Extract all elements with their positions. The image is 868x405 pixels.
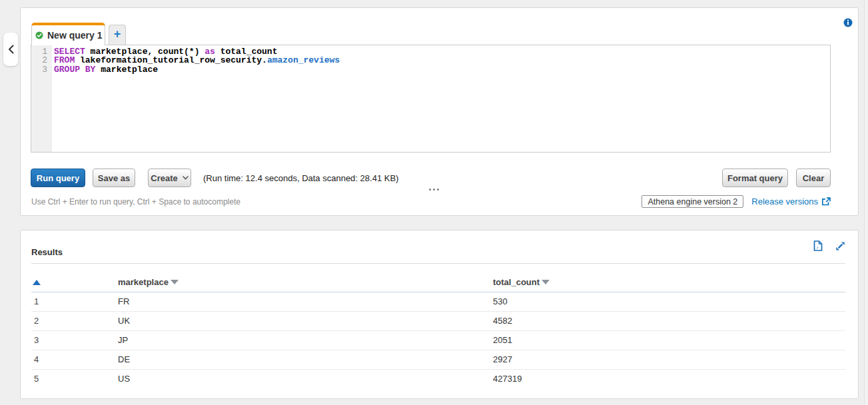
results-card: Results marketplace total_count 1FR5302U…	[20, 230, 859, 399]
file-download-icon[interactable]	[813, 240, 823, 251]
table-cell: JP	[118, 330, 493, 350]
create-button[interactable]: Create	[148, 169, 191, 187]
results-header-row: marketplace total_count	[31, 272, 845, 292]
results-divider	[31, 263, 845, 264]
athena-query-console: New query 1 + 123 SELECT marketplace, co…	[0, 0, 868, 405]
sql-code[interactable]: SELECT marketplace, count(*) as total_co…	[52, 45, 340, 152]
results-actions	[813, 240, 845, 251]
save-as-button[interactable]: Save as	[93, 169, 135, 187]
page-scrollbar[interactable]	[864, 0, 868, 405]
sql-code-line: GROUP BY marketplace	[54, 65, 340, 74]
external-link-icon[interactable]	[821, 197, 831, 206]
table-row: 4DE2927	[31, 350, 845, 369]
run-stats-text: (Run time: 12.4 seconds, Data scanned: 2…	[203, 169, 398, 187]
info-circle-icon[interactable]	[843, 18, 853, 27]
query-editor-card: New query 1 + 123 SELECT marketplace, co…	[20, 7, 859, 216]
release-versions-link[interactable]: Release versions	[751, 197, 818, 206]
sql-code-line: SELECT marketplace, count(*) as total_co…	[54, 47, 340, 56]
table-cell: 3	[31, 330, 118, 350]
sql-code-line: FROM lakeformation_tutorial_row_security…	[54, 56, 340, 65]
results-title: Results	[31, 247, 63, 257]
clear-button[interactable]: Clear	[796, 169, 831, 187]
table-cell: DE	[118, 350, 493, 369]
expand-icon[interactable]	[835, 241, 845, 251]
chevron-down-icon	[183, 176, 189, 180]
keyboard-hint-text: Use Ctrl + Enter to run query, Ctrl + Sp…	[31, 197, 240, 206]
editor-resize-handle[interactable]	[429, 189, 439, 191]
new-tab-button[interactable]: +	[109, 25, 126, 45]
table-cell: FR	[118, 292, 493, 311]
format-query-button[interactable]: Format query	[722, 169, 788, 187]
tab-new-query-1[interactable]: New query 1	[31, 23, 105, 45]
editor-line-numbers: 123	[31, 45, 52, 152]
table-cell: 1	[31, 292, 118, 311]
table-cell: 4582	[493, 311, 845, 330]
table-row: 1FR530	[31, 292, 845, 311]
table-cell: 5	[31, 369, 118, 388]
results-table: marketplace total_count 1FR5302UK45823JP…	[31, 272, 845, 388]
table-cell: 2927	[493, 350, 845, 369]
table-cell: US	[118, 369, 493, 388]
table-cell: 2051	[493, 330, 845, 350]
column-header-marketplace[interactable]: marketplace	[118, 272, 493, 292]
table-cell: 427319	[493, 369, 845, 388]
table-row: 5US427319	[31, 369, 845, 388]
table-cell: UK	[118, 311, 493, 330]
table-cell: 530	[493, 292, 845, 311]
column-menu-icon[interactable]	[171, 280, 179, 284]
table-cell: 2	[31, 311, 118, 330]
engine-version-row: Athena engine version 2 Release versions	[642, 195, 831, 208]
tab-label: New query 1	[47, 30, 102, 41]
plus-icon: +	[114, 27, 121, 41]
sql-editor[interactable]: 123 SELECT marketplace, count(*) as tota…	[31, 45, 831, 153]
table-row: 3JP2051	[31, 330, 845, 350]
table-row: 2UK4582	[31, 311, 845, 330]
check-circle-icon	[35, 31, 43, 39]
chevron-left-icon	[8, 45, 14, 54]
sort-ascending-icon[interactable]	[33, 280, 41, 285]
collapse-left-panel-button[interactable]	[3, 33, 18, 66]
run-query-button[interactable]: Run query	[31, 169, 85, 187]
table-cell: 4	[31, 350, 118, 369]
column-menu-icon[interactable]	[542, 280, 550, 284]
column-header-total-count[interactable]: total_count	[493, 272, 845, 292]
engine-version-badge[interactable]: Athena engine version 2	[642, 195, 743, 208]
